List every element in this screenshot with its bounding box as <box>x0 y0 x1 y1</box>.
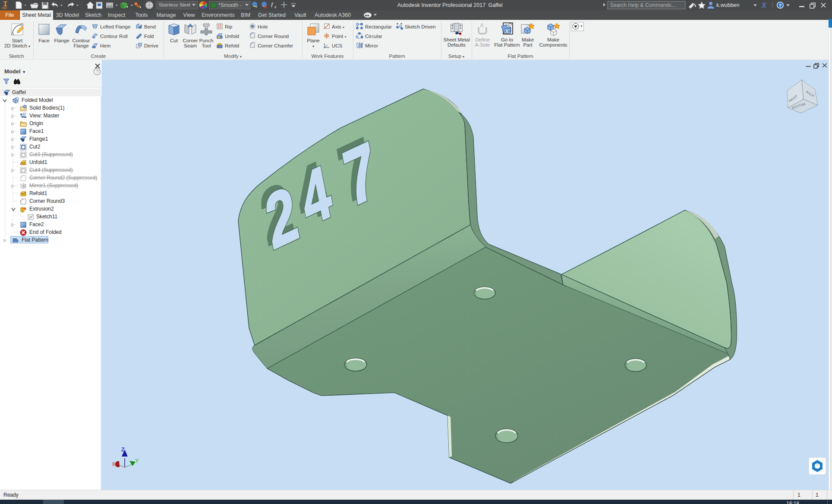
svg-text:f: f <box>271 2 274 9</box>
svg-text:A: A <box>480 22 484 28</box>
svg-text:?: ? <box>779 3 782 8</box>
svg-text:k.wubben: k.wubben <box>716 2 740 8</box>
svg-text:Autodesk Inventor Professional: Autodesk Inventor Professional 2017 <box>397 2 485 8</box>
svg-text:Gaffel: Gaffel <box>488 2 502 8</box>
svg-text:Z: Z <box>121 446 125 453</box>
svg-text:*Smooth -: *Smooth - <box>218 2 241 8</box>
svg-text:Search Help & Commands...: Search Help & Commands... <box>610 2 676 8</box>
svg-text:Y: Y <box>135 457 139 464</box>
svg-text:X: X <box>761 2 767 9</box>
svg-text:X: X <box>112 461 116 467</box>
svg-text:x: x <box>274 5 277 9</box>
svg-text:Stainless Steel: Stainless Steel <box>159 2 190 7</box>
svg-text:PRO: PRO <box>2 7 7 9</box>
